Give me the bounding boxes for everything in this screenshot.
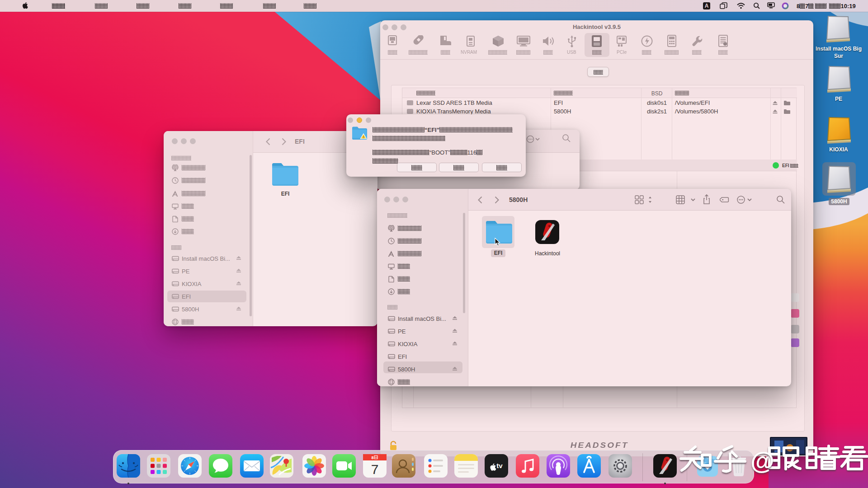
svg-text:8: 8 [371, 455, 373, 460]
svg-text:7: 7 [371, 462, 379, 477]
svg-text:!: ! [363, 135, 364, 139]
svg-text:@: @ [750, 447, 774, 474]
svg-text:tv: tv [496, 462, 503, 469]
